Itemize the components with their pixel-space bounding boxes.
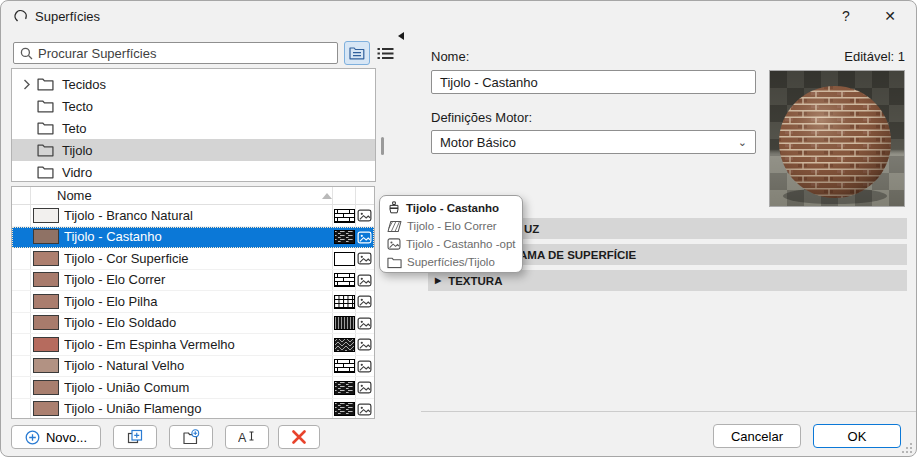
surface-name: Tijolo - Elo Pilha xyxy=(64,294,374,309)
table-row[interactable]: Tijolo - Natural Velho xyxy=(12,356,374,378)
surface-name: Tijolo - Natural Velho xyxy=(64,358,374,373)
surface-info-tooltip: Tijolo - Castanho Tijolo - Elo Correr Ti… xyxy=(379,195,523,273)
section-texture[interactable]: ▶ TEXTURA xyxy=(428,270,907,291)
texture-image-icon xyxy=(357,380,372,395)
table-row[interactable]: Tijolo - Cor Superficie xyxy=(12,248,374,270)
surface-list-rows: Tijolo - Branco Natural Tijolo - Castanh… xyxy=(12,205,374,419)
fill-pattern-icon xyxy=(334,209,355,223)
list-view-icon xyxy=(377,47,394,60)
texture-image-icon xyxy=(357,402,372,417)
table-row[interactable]: Tijolo - Elo Soldado xyxy=(12,313,374,335)
tree-item-vidro[interactable]: Vidro xyxy=(12,161,375,182)
table-row[interactable]: Tijolo - Em Espinha Vermelho xyxy=(12,334,374,356)
color-swatch xyxy=(33,315,59,330)
texture-image-icon xyxy=(357,359,372,374)
color-swatch xyxy=(33,229,59,244)
footer-divider xyxy=(421,411,917,412)
brush-icon xyxy=(387,201,401,215)
color-swatch xyxy=(33,380,59,395)
expand-arrow-icon: ▶ xyxy=(435,276,441,285)
table-row[interactable]: Tijolo - União Flamengo xyxy=(12,399,374,420)
surface-sphere-icon xyxy=(14,9,28,23)
folder-icon xyxy=(387,256,402,269)
fill-pattern-icon xyxy=(334,252,355,266)
fill-pattern-icon xyxy=(334,316,355,330)
new-surface-button[interactable]: Novo... xyxy=(11,425,101,449)
table-row[interactable]: Tijolo - Elo Pilha xyxy=(12,291,374,313)
texture-image-icon xyxy=(357,273,372,288)
surface-name: Tijolo - Elo Correr xyxy=(64,272,374,287)
ok-button[interactable]: OK xyxy=(813,424,901,448)
texture-image-icon xyxy=(357,230,372,245)
engine-value: Motor Básico xyxy=(440,135,516,150)
duplicate-button[interactable] xyxy=(113,425,157,449)
search-box[interactable] xyxy=(13,42,338,64)
name-label: Nome: xyxy=(431,49,469,64)
table-row[interactable]: Tijolo - Branco Natural xyxy=(12,205,374,227)
tree-view-toggle[interactable] xyxy=(344,41,370,65)
section-label: UZ xyxy=(524,223,539,235)
tree-item-tijolo[interactable]: Tijolo xyxy=(12,139,375,161)
surface-name: Tijolo - Em Espinha Vermelho xyxy=(64,337,374,352)
surface-preview xyxy=(769,70,905,207)
folder-tree: Tecidos Tecto Teto Tijolo Vidro xyxy=(11,68,376,182)
rename-button[interactable]: A xyxy=(225,425,269,449)
rename-icon: A xyxy=(238,430,256,444)
surface-name-input[interactable]: Tijolo - Castanho xyxy=(431,70,756,94)
chevron-right-icon[interactable] xyxy=(23,79,37,90)
color-swatch xyxy=(33,272,59,287)
editable-count: Editável: 1 xyxy=(769,49,905,64)
list-view-toggle[interactable] xyxy=(373,41,397,65)
panel-collapse-arrow[interactable] xyxy=(398,32,404,40)
new-folder-button[interactable] xyxy=(169,425,213,449)
tree-scrollbar-thumb[interactable] xyxy=(381,137,384,155)
tree-item-label: Vidro xyxy=(62,165,92,180)
surfaces-dialog: Superfícies ? ✕ Tecidos xyxy=(0,0,917,457)
fill-pattern-icon xyxy=(334,230,355,244)
close-button[interactable]: ✕ xyxy=(873,1,907,31)
tree-item-tecidos[interactable]: Tecidos xyxy=(12,73,375,95)
image-icon xyxy=(387,237,401,251)
delete-button[interactable] xyxy=(278,425,320,449)
fill-pattern-icon xyxy=(334,359,355,373)
tooltip-label: Tijolo - Castanho xyxy=(406,202,499,214)
folder-icon xyxy=(37,77,54,91)
tooltip-row: Tijolo - Elo Correr xyxy=(387,217,522,235)
tree-item-label: Tecto xyxy=(62,99,93,114)
tooltip-row: Superfícies/Tijolo xyxy=(387,253,522,271)
folder-icon xyxy=(37,99,54,113)
color-swatch xyxy=(33,337,59,352)
list-header[interactable]: Nome xyxy=(12,187,374,205)
fill-pattern-icon xyxy=(334,402,355,416)
tree-item-teto[interactable]: Teto xyxy=(12,117,375,139)
folder-icon xyxy=(37,165,54,179)
engine-settings-label: Definições Motor: xyxy=(431,110,532,125)
tree-item-tecto[interactable]: Tecto xyxy=(12,95,375,117)
plus-circle-icon xyxy=(25,430,40,445)
title-bar[interactable]: Superfícies ? ✕ xyxy=(1,1,916,31)
color-swatch xyxy=(33,294,59,309)
help-button[interactable]: ? xyxy=(829,1,863,31)
fill-pattern-icon xyxy=(334,295,355,309)
surface-name: Tijolo - Cor Superficie xyxy=(64,251,374,266)
new-button-label: Novo... xyxy=(46,430,87,445)
sort-ascending-icon[interactable] xyxy=(322,193,332,199)
surface-name: Tijolo - Elo Soldado xyxy=(64,315,374,330)
engine-dropdown[interactable]: Motor Básico ⌄ xyxy=(431,130,756,154)
new-folder-icon xyxy=(183,429,200,445)
table-row[interactable]: Tijolo - Elo Correr xyxy=(12,270,374,292)
cancel-button[interactable]: Cancelar xyxy=(713,424,801,448)
folder-icon xyxy=(37,121,54,135)
color-swatch xyxy=(33,208,59,223)
tooltip-label: Tijolo - Elo Correr xyxy=(407,220,497,232)
surface-name: Tijolo - Castanho xyxy=(64,229,374,244)
folder-icon xyxy=(37,143,54,157)
column-header-name[interactable]: Nome xyxy=(57,188,92,203)
resize-grip[interactable] xyxy=(902,443,912,453)
fill-pattern-icon xyxy=(334,338,355,352)
tooltip-row: Tijolo - Castanho xyxy=(387,199,522,217)
table-row[interactable]: Tijolo - Castanho xyxy=(12,227,374,249)
table-row[interactable]: Tijolo - União Comum xyxy=(12,377,374,399)
surface-list: Nome Tijolo - Branco Natural Tijolo - Ca… xyxy=(11,186,375,419)
search-input[interactable] xyxy=(38,46,337,61)
